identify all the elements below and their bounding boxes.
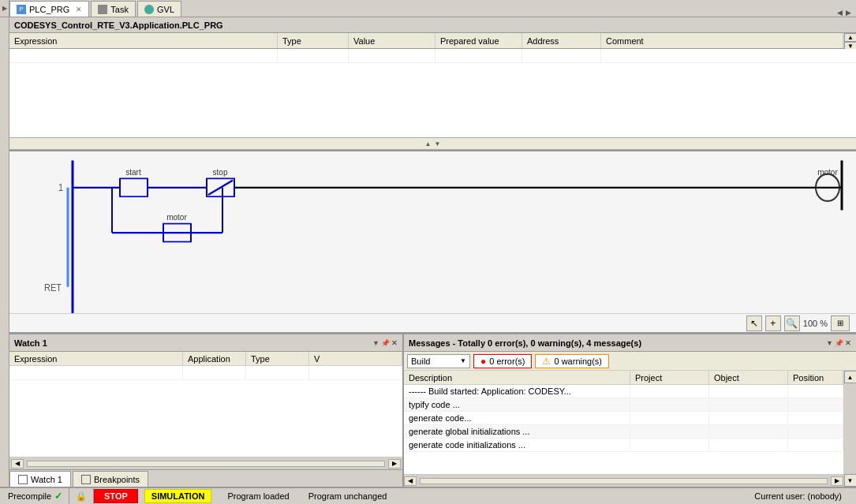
warning-count: 0 warning(s) xyxy=(554,357,602,366)
tab-plc-prg-label: PLC_PRG xyxy=(29,5,69,14)
watch-col-value: V xyxy=(309,352,402,365)
msg-hscroll-track[interactable] xyxy=(420,478,828,484)
msg-col-project: Project xyxy=(630,371,709,384)
program-changed-status: Program unchanged xyxy=(299,491,397,501)
watch-cell-expr[interactable] xyxy=(9,366,183,379)
msg-cell-proj-4 xyxy=(630,439,709,450)
watch1-icon xyxy=(18,475,28,484)
plc-prg-icon: P xyxy=(17,5,26,14)
watch-close-icon[interactable]: ✕ xyxy=(391,339,398,347)
watch-panel-titlebar: Watch 1 ▼ 📌 ✕ xyxy=(9,334,402,352)
left-tab-arrow[interactable]: ▶ xyxy=(0,0,9,17)
watch-tab-breakpoints[interactable]: Breakpoints xyxy=(73,471,148,487)
messages-close-icon[interactable]: ✕ xyxy=(845,339,851,347)
watch-panel: Watch 1 ▼ 📌 ✕ Expression Application Typ… xyxy=(9,334,404,487)
error-badge[interactable]: ● 0 error(s) xyxy=(473,354,532,368)
tab-scroll-left[interactable]: ◀ xyxy=(835,9,844,17)
watch-col-expression: Expression xyxy=(9,352,183,365)
breakpoints-icon xyxy=(81,475,91,484)
msg-cell-pos-1 xyxy=(788,399,843,410)
watch-hscroll-track[interactable] xyxy=(27,461,385,467)
msg-cell-pos-2 xyxy=(788,413,843,424)
msg-cell-obj-1 xyxy=(709,399,788,410)
grid-cell-expr-1[interactable] xyxy=(9,49,278,62)
svg-text:motor: motor xyxy=(817,166,838,177)
messages-rows[interactable]: ------ Build started: Application: CODES… xyxy=(404,385,843,474)
tab-gvl[interactable]: GVL xyxy=(137,1,181,17)
msg-cell-desc-0: ------ Build started: Application: CODES… xyxy=(404,386,630,397)
status-bar: Precompile ✓ 🔒 STOP SIMULATION Program l… xyxy=(0,487,856,504)
msg-col-position: Position xyxy=(788,371,843,384)
msg-row-4[interactable]: generate code initializations ... xyxy=(404,439,843,452)
watch-hscroll[interactable]: ◀ ▶ xyxy=(9,457,402,469)
program-loaded-status: Program loaded xyxy=(218,491,298,501)
plus-btn[interactable]: + xyxy=(765,315,781,331)
msg-row-1[interactable]: typify code ... xyxy=(404,398,843,412)
zoom-icon-btn[interactable]: ⊞ xyxy=(831,315,850,331)
tab-plc-prg[interactable]: P PLC_PRG ✕ xyxy=(9,1,89,17)
sim-btn-container: SIMULATION xyxy=(138,488,219,504)
msg-cell-obj-2 xyxy=(709,413,788,424)
warning-badge[interactable]: ⚠ 0 warning(s) xyxy=(535,354,609,368)
watch-dock-icon[interactable]: 📌 xyxy=(381,339,390,347)
grid-cell-value-1[interactable] xyxy=(349,49,435,62)
simulation-button[interactable]: SIMULATION xyxy=(144,489,212,503)
lock-status[interactable]: 🔒 xyxy=(69,488,94,504)
grid-cell-type-1[interactable] xyxy=(278,49,349,62)
messages-scrollbar[interactable]: ▲ ▼ xyxy=(843,371,856,487)
svg-line-17 xyxy=(208,181,233,195)
msg-cell-obj-3 xyxy=(709,426,788,437)
precompile-status: Precompile ✓ xyxy=(5,488,69,504)
watch-hscroll-left[interactable]: ◀ xyxy=(11,459,24,469)
msg-hscroll-left[interactable]: ◀ xyxy=(404,476,417,486)
grid-scroll-up[interactable]: ▲ xyxy=(844,33,856,42)
watch-row-1[interactable] xyxy=(9,366,402,380)
tab-task[interactable]: Task xyxy=(91,1,136,17)
precompile-check: ✓ xyxy=(54,491,62,502)
zoom-level: 100 % xyxy=(803,319,828,328)
msg-scroll-down[interactable]: ▼ xyxy=(844,474,857,487)
col-expression: Expression xyxy=(9,33,278,48)
grid-cell-prep-1[interactable] xyxy=(435,49,522,62)
svg-text:motor: motor xyxy=(166,211,187,222)
ladder-diagram[interactable]: start stop motor motor xyxy=(9,151,856,333)
gvl-icon xyxy=(144,5,154,14)
watch-body[interactable] xyxy=(9,366,402,457)
watch-cell-val[interactable] xyxy=(309,366,402,379)
watch-cell-app[interactable] xyxy=(183,366,246,379)
grid-body[interactable] xyxy=(9,49,856,137)
msg-row-2[interactable]: generate code... xyxy=(404,412,843,425)
messages-pin-icon[interactable]: ▼ xyxy=(826,339,833,347)
msg-row-3[interactable]: generate global initializations ... xyxy=(404,425,843,439)
precompile-label: Precompile xyxy=(8,491,51,501)
msg-cell-obj-4 xyxy=(709,439,788,450)
stop-btn-container: STOP xyxy=(94,488,138,504)
tab-plc-prg-close[interactable]: ✕ xyxy=(76,6,82,13)
watch-pin-icon[interactable]: ▼ xyxy=(372,339,379,347)
msg-cell-pos-3 xyxy=(788,426,843,437)
msg-row-0[interactable]: ------ Build started: Application: CODES… xyxy=(404,385,843,398)
grid-row-1[interactable] xyxy=(9,49,856,63)
watch-tab-watch1[interactable]: Watch 1 xyxy=(9,471,71,487)
cursor-btn[interactable]: ↖ xyxy=(746,315,762,331)
msg-hscroll-right[interactable]: ▶ xyxy=(831,476,843,486)
zoom-btn[interactable]: 🔍 xyxy=(784,315,800,331)
msg-scroll-up[interactable]: ▲ xyxy=(844,371,857,383)
tab-scroll-right[interactable]: ▶ xyxy=(844,9,853,17)
grid-cell-addr-1[interactable] xyxy=(522,49,601,62)
grid-scrollbar-top: ▲ ▼ xyxy=(843,33,856,48)
watch-hscroll-right[interactable]: ▶ xyxy=(388,459,401,469)
svg-rect-12 xyxy=(120,178,148,196)
watch-titlebar-pins: ▼ 📌 ✕ xyxy=(372,339,398,347)
messages-hscroll[interactable]: ◀ ▶ xyxy=(404,474,843,487)
messages-dock-icon[interactable]: 📌 xyxy=(835,339,843,347)
grid-cell-comment-1[interactable] xyxy=(601,49,856,62)
collapse-bar[interactable]: ▲ ▼ xyxy=(9,137,856,150)
msg-cell-pos-0 xyxy=(788,386,843,397)
messages-filter-dropdown[interactable]: Build ▼ xyxy=(407,354,470,368)
watch-panel-title: Watch 1 xyxy=(14,338,47,348)
watch-cell-type[interactable] xyxy=(246,366,309,379)
stop-button[interactable]: STOP xyxy=(94,489,138,503)
warning-icon: ⚠ xyxy=(542,356,551,367)
messages-panel: Messages - Totally 0 error(s), 0 warning… xyxy=(404,334,856,487)
